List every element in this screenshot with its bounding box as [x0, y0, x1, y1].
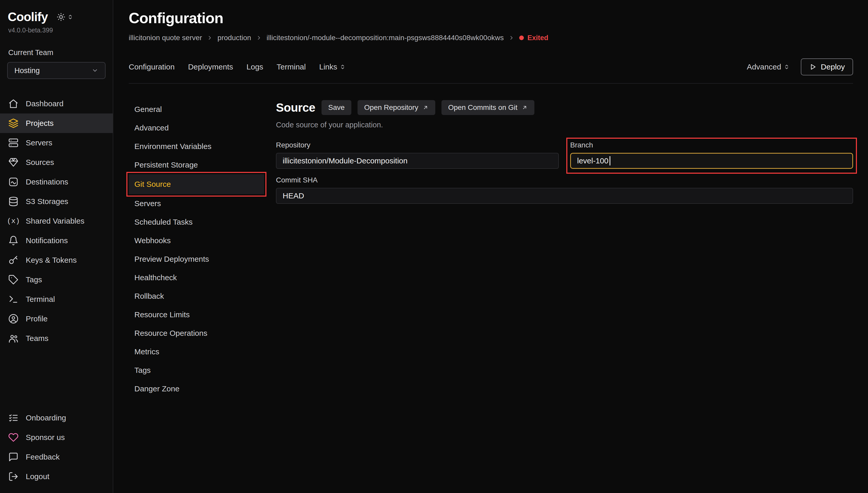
sidebar-item-destinations[interactable]: Destinations [0, 172, 113, 192]
sidebar-item-keys-tokens[interactable]: Keys & Tokens [0, 250, 113, 270]
subnav-item-general[interactable]: General [129, 100, 264, 119]
subnav-item-tags[interactable]: Tags [129, 361, 264, 380]
sidebar-item-label: Feedback [26, 453, 60, 462]
subnav-item-healthcheck[interactable]: Healthcheck [129, 269, 264, 287]
subnav-item-resource-operations[interactable]: Resource Operations [129, 324, 264, 342]
repository-input[interactable] [276, 153, 559, 169]
open-commits-button[interactable]: Open Commits on Git [442, 100, 534, 115]
subnav-item-resource-limits[interactable]: Resource Limits [129, 305, 264, 324]
sidebar-item-label: Destinations [26, 177, 68, 186]
sidebar-item-logout[interactable]: Logout [0, 467, 113, 486]
sidebar-item-label: Notifications [26, 236, 68, 245]
sidebar-item-teams[interactable]: Teams [0, 328, 113, 348]
bell-icon [8, 235, 19, 246]
subnav-item-servers[interactable]: Servers [129, 194, 264, 213]
subnav-item-scheduled-tasks[interactable]: Scheduled Tasks [129, 213, 264, 231]
app-version: v4.0.0-beta.399 [0, 26, 113, 34]
status-badge: Exited [519, 34, 548, 42]
home-icon [8, 99, 19, 109]
subnav-item-advanced[interactable]: Advanced [129, 119, 264, 137]
sidebar-item-feedback[interactable]: Feedback [0, 447, 113, 467]
status-dot-icon [519, 36, 524, 40]
subnav-item-danger-zone[interactable]: Danger Zone [129, 380, 264, 398]
brand-row: Coolify [0, 10, 113, 24]
deploy-label: Deploy [821, 63, 845, 71]
breadcrumb-resource[interactable]: illicitestonion/-module--decomposition:m… [267, 34, 504, 42]
configuration-content: General Advanced Environment Variables P… [129, 100, 853, 493]
sidebar-item-s3-storages[interactable]: S3 Storages [0, 192, 113, 211]
subnav-item-environment-variables[interactable]: Environment Variables [129, 137, 264, 156]
tab-configuration[interactable]: Configuration [129, 63, 174, 71]
save-button[interactable]: Save [321, 100, 352, 115]
sidebar-item-label: Servers [26, 138, 52, 147]
advanced-menu[interactable]: Advanced [747, 63, 789, 71]
sidebar-bottom-nav: Onboarding Sponsor us Feedback Logout [0, 408, 113, 486]
source-heading: Source [276, 101, 315, 114]
sidebar-item-sponsor[interactable]: Sponsor us [0, 428, 113, 447]
repository-field: Repository [276, 141, 559, 169]
subnav-item-webhooks[interactable]: Webhooks [129, 231, 264, 250]
sidebar-item-terminal[interactable]: Terminal [0, 290, 113, 309]
sun-icon [57, 13, 65, 21]
subnav-item-git-source[interactable]: Git Source [129, 174, 264, 194]
open-repository-label: Open Repository [364, 103, 418, 112]
app-logo: Coolify [8, 10, 48, 24]
terminal-icon [8, 294, 19, 304]
subnav-item-git-source-label: Git Source [134, 180, 171, 189]
branch-input[interactable]: level-100 [570, 153, 853, 169]
theme-toggle[interactable] [57, 13, 73, 21]
source-fields: Repository Branch level-100 Commit SHA [276, 141, 853, 204]
layers-icon [8, 118, 19, 128]
users-icon [8, 333, 19, 343]
main-content: Configuration illicitonion quote server … [113, 0, 868, 493]
tab-deployments[interactable]: Deployments [188, 63, 233, 71]
sidebar-item-label: Tags [26, 275, 42, 284]
destinations-icon [8, 177, 19, 187]
tab-bar: Configuration Deployments Logs Terminal … [129, 59, 853, 84]
repository-label: Repository [276, 141, 559, 149]
breadcrumb-project[interactable]: illicitonion quote server [129, 34, 202, 42]
database-icon [8, 196, 19, 207]
tab-terminal[interactable]: Terminal [277, 63, 306, 71]
team-select-value: Hosting [15, 66, 40, 75]
breadcrumb-environment[interactable]: production [217, 34, 251, 42]
open-commits-label: Open Commits on Git [448, 103, 517, 112]
sidebar-item-label: Logout [26, 472, 49, 481]
sidebar-item-shared-variables[interactable]: (x) Shared Variables [0, 211, 113, 231]
open-repository-button[interactable]: Open Repository [358, 100, 435, 115]
sidebar-item-tags[interactable]: Tags [0, 270, 113, 290]
tab-links[interactable]: Links [319, 63, 345, 71]
sidebar-item-label: Terminal [26, 295, 55, 304]
sidebar: Coolify v4.0.0-beta.399 Current Team Hos… [0, 0, 113, 493]
sidebar-item-onboarding[interactable]: Onboarding [0, 408, 113, 428]
play-icon [809, 63, 817, 71]
team-select[interactable]: Hosting [7, 62, 106, 79]
sidebar-item-dashboard[interactable]: Dashboard [0, 94, 113, 113]
commit-sha-label: Commit SHA [276, 176, 853, 184]
text-caret [610, 156, 610, 166]
server-icon [8, 138, 19, 148]
variable-icon: (x) [8, 216, 19, 226]
sidebar-item-notifications[interactable]: Notifications [0, 231, 113, 250]
config-subnav: General Advanced Environment Variables P… [129, 100, 264, 493]
commit-sha-input[interactable] [276, 188, 853, 204]
tag-icon [8, 275, 19, 285]
sidebar-item-projects[interactable]: Projects [0, 113, 113, 133]
branch-value: level-100 [577, 156, 609, 165]
subnav-item-preview-deployments[interactable]: Preview Deployments [129, 250, 264, 269]
subnav-item-rollback[interactable]: Rollback [129, 287, 264, 305]
sidebar-item-sources[interactable]: Sources [0, 153, 113, 172]
sidebar-item-label: Projects [26, 119, 54, 128]
chevron-up-down-icon [784, 64, 789, 70]
sidebar-item-label: Dashboard [26, 99, 64, 108]
tab-logs[interactable]: Logs [247, 63, 263, 71]
sidebar-item-servers[interactable]: Servers [0, 133, 113, 153]
subnav-item-persistent-storage[interactable]: Persistent Storage [129, 156, 264, 174]
deploy-button[interactable]: Deploy [801, 59, 853, 76]
sidebar-item-label: Sources [26, 158, 54, 167]
subnav-item-metrics[interactable]: Metrics [129, 342, 264, 361]
sidebar-nav: Dashboard Projects Servers Sources Desti… [0, 94, 113, 348]
chevron-right-icon [207, 35, 213, 41]
sidebar-item-label: S3 Storages [26, 197, 68, 206]
sidebar-item-profile[interactable]: Profile [0, 309, 113, 328]
